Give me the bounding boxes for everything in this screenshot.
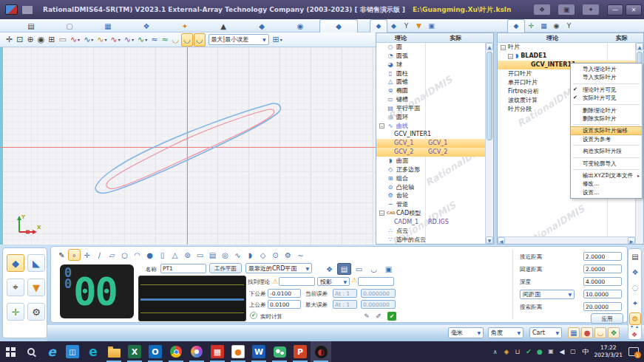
shield-tab[interactable]: ▼ [413,22,425,30]
line-icon[interactable]: ∕ [93,249,106,261]
scroll-up-icon[interactable]: ▲ [486,43,493,50]
action-center-icon[interactable]: 1 [628,347,639,356]
scrollbar-thumb[interactable] [487,52,492,140]
hand-icon[interactable]: ⊕ [25,33,35,47]
curve-tool-3-icon[interactable]: ∿▾ [95,33,108,47]
chevron-down-icon[interactable]: ▾ [105,37,107,42]
minimize-button[interactable]: — [607,4,623,16]
projection-combo[interactable]: 投影 ▼ [317,277,350,286]
gamepad-icon[interactable]: ❖ [534,4,550,15]
joystick-icon[interactable]: ✦ [583,4,599,15]
shape-tab[interactable]: ◆ [387,22,400,30]
scroll-right-icon[interactable]: ▶ [628,237,635,244]
camera-tray-icon[interactable]: ▣ [546,348,556,355]
file-explorer-icon[interactable] [104,341,124,362]
start-button[interactable] [0,341,21,362]
graph-view-toggle[interactable]: ▤ [337,263,351,275]
menu-construct-actual-blade-segment[interactable]: 构造实际叶片段 [571,147,642,155]
feature-slot[interactable]: ▭ 键槽 [376,95,485,104]
feature-panel-scrollbar[interactable]: ▲ ▼ [485,43,493,244]
curve-view-toggle[interactable]: ◡ [367,263,381,275]
expand-toggle[interactable]: − [501,45,506,50]
curve-toggle-2[interactable]: ◡ [194,33,206,47]
features-tab[interactable]: ◆ [370,19,387,33]
edit-icon[interactable]: ✎ [361,312,373,321]
chrome-icon[interactable] [166,341,186,362]
rationaldmis-icon[interactable]: ◐ [311,341,331,362]
tab-cad[interactable]: ◆ [243,19,281,33]
tab-probe[interactable]: ❖ [127,19,166,33]
actual-column-header[interactable]: 实际 [425,33,487,42]
surface-curve-icon[interactable]: ◡ [171,33,181,47]
feature-gcv-inter1[interactable]: GCV_INTER1 [376,130,485,139]
strip-updown-icons[interactable]: ▾ ▴ [628,324,641,329]
scroll-up-icon[interactable]: ▲ [636,43,643,50]
blade-tab[interactable]: ◆ [507,19,525,33]
cone-icon[interactable]: △ [169,249,181,261]
menu-settings[interactable]: 设置... [571,188,642,197]
error-mode-combo[interactable]: 最大|最小误差 ▼ [209,34,269,45]
fit-view-icon[interactable]: ⊞ [47,33,56,47]
menu-set-as-reference[interactable]: 设置为参考 [571,135,642,143]
surface-icon[interactable]: ◗ [244,249,257,261]
spacing-combo[interactable]: 间距面 ▼ [520,290,574,299]
monitor-tool-icon[interactable]: ▣ [558,4,574,15]
feature-polygon[interactable]: ◇ 正多边形 [376,165,485,174]
window-tab[interactable]: ▦ [538,22,550,30]
feature-surface[interactable]: ◗ 曲面 [376,157,485,165]
menu-delete-theory-blade[interactable]: 删除理论叶片 [571,106,642,115]
search-button[interactable] [21,341,41,362]
feature-parallel-planes[interactable]: ▤ 平行平面 [376,104,485,113]
theory-column-header[interactable]: 理论 [376,33,425,42]
blade-blade1[interactable]: − ◗ BLADE1 [498,52,635,61]
probe-view-icon[interactable]: ❖ [629,266,641,279]
point-icon[interactable]: ∘ [68,249,81,261]
menu-set-actual-blade-offset[interactable]: 设置实际叶片偏移 [571,126,642,134]
window-view-toggle[interactable]: ▭ [352,263,366,275]
display-grid-icon[interactable]: ⊞▾ [271,33,284,47]
feature-gcv-1[interactable]: GCV_1 GCV_1 [376,139,485,148]
probe-point-icon[interactable]: ✦ [629,297,641,310]
feature-cad-model[interactable]: − CAD CAD模型 [376,209,485,218]
menu-delete-actual-blade[interactable]: 删除实际叶片 [571,115,642,123]
probe-tab[interactable]: Y [400,22,413,30]
feature-sphere[interactable]: ◕ 球 [376,61,485,69]
arc-icon[interactable]: ◠ [131,249,143,261]
menu-variable-profile-import[interactable]: 可变轮廓导入 [571,160,642,168]
excel-icon[interactable]: X [124,341,145,362]
blade-panel-hscrollbar[interactable]: ◀ ▶ [498,236,635,244]
unit-combo[interactable]: 毫米 ▼ [448,327,484,338]
taskbar-clock[interactable]: 17:22 2023/3/21 [594,344,623,359]
curve-tool-4-icon[interactable]: ∿▾ [109,33,122,47]
wechat-tray-icon[interactable]: ● [535,348,545,355]
curve-tool-6-icon[interactable]: ∿▾ [136,33,149,47]
close-button[interactable]: ✕ [626,4,642,16]
volume-tray-icon[interactable]: ◀ [557,348,567,355]
window-menu-icon[interactable] [22,6,33,14]
search-icon[interactable]: ◌ [629,281,641,294]
curve-toggle-1[interactable]: ◡ [181,33,193,47]
feature-combine[interactable]: ⊞ 组合 [376,174,485,183]
curve-tool-2-icon[interactable]: ∿▾ [82,33,95,47]
probe-view-toggle[interactable]: ❖ [322,263,336,275]
spacing-input[interactable] [583,290,622,298]
flag-tab[interactable]: Y [563,22,575,30]
ellipse-icon[interactable]: ⊜ [181,249,194,261]
approach-distance-input[interactable] [583,252,622,261]
search-distance-input[interactable] [583,302,622,311]
upper-tolerance-input[interactable] [268,300,301,309]
display-tray-icon[interactable]: ▢ [569,348,578,355]
menu-export-xyz[interactable]: 输出XYZ到文本文件 ▸ [571,171,642,180]
monitor-view-toggle[interactable]: ▣ [382,263,396,275]
axes-tab[interactable]: ✛ [525,22,538,30]
coordinate-button[interactable]: ✛ [7,303,24,321]
monitor-tab[interactable]: ▣ [425,22,438,30]
cylinder-icon[interactable]: ▯ [156,249,169,261]
parallel-planes-icon[interactable]: ▤ [206,249,219,261]
tab-disc[interactable]: ◉ [281,19,319,33]
edge-icon[interactable]: e [83,341,104,362]
outlook-icon[interactable]: O [145,341,166,362]
feature-cylinder[interactable]: ▯ 圆柱 [376,69,485,78]
pdf-app-icon[interactable]: ● [228,341,248,362]
calibration-button[interactable]: ▼ [27,279,45,296]
